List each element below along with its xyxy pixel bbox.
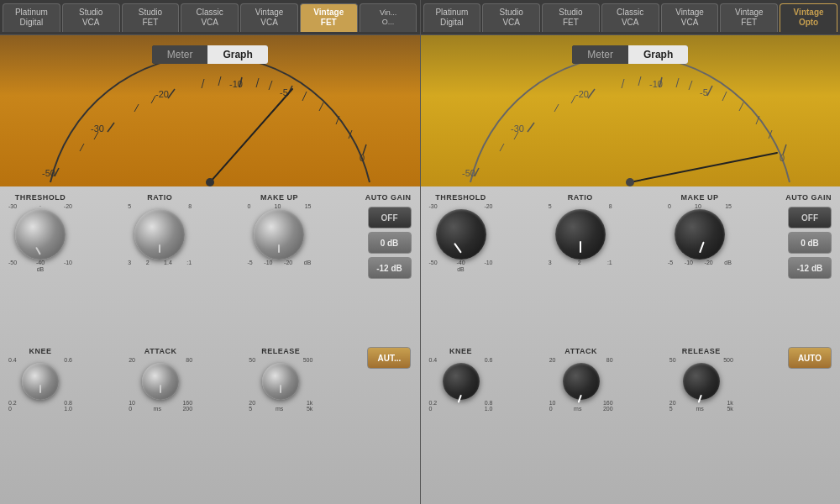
right-release-scale-bottom2: 5ms5k xyxy=(669,406,733,412)
threshold-db-label: dB xyxy=(37,266,45,272)
knee-scale-top: 0.40.6 xyxy=(8,357,72,363)
right-threshold-group: THRESHOLD -30-20 -50-40-10 xyxy=(428,193,495,272)
svg-text:-50: -50 xyxy=(462,168,475,178)
release-scale-bottom2: 5ms5k xyxy=(249,406,312,412)
threshold-scale-bottom: -50-40-10 xyxy=(8,260,72,265)
tab-vintage-fet-left[interactable]: VintageFET xyxy=(300,3,358,32)
right-vu-meter: -50 -30 -20 -10 -5 0 xyxy=(454,52,806,186)
left-graph-btn[interactable]: Graph xyxy=(207,45,267,64)
left-makeup-group: MAKE UP 01015 -5-10-20dB xyxy=(245,193,312,265)
tab-platinum-digital-left[interactable]: PlatinumDigital xyxy=(3,3,60,32)
makeup-scale-bottom: -5-10-20dB xyxy=(247,260,311,265)
svg-text:-20: -20 xyxy=(155,89,169,99)
right-release-scale-top: 50500 xyxy=(669,357,733,363)
left-knee-group: KNEE 0.40.6 0.20.8 xyxy=(7,347,74,412)
right-auto-gain-col: AUTO GAIN OFF 0 dB -12 dB xyxy=(785,193,833,279)
svg-line-45 xyxy=(676,78,679,87)
tab-platinum-digital-right[interactable]: PlatinumDigital xyxy=(423,3,481,32)
ratio-label: RATIO xyxy=(147,193,172,202)
right-bottom-row: KNEE 0.40.6 0.20.8 xyxy=(428,347,834,497)
svg-line-20 xyxy=(269,81,272,90)
right-meter-btn[interactable]: Meter xyxy=(572,45,628,64)
right-top-row: THRESHOLD -30-20 -50-40-10 xyxy=(428,193,834,344)
left-attack-group: ATTACK 2080 10160 xyxy=(127,347,194,412)
knee-knob[interactable] xyxy=(22,363,59,400)
right-graph-btn[interactable]: Graph xyxy=(628,45,688,64)
svg-line-22 xyxy=(319,102,323,111)
right-threshold-knob[interactable] xyxy=(436,209,486,260)
svg-line-41 xyxy=(554,104,559,112)
right-release-label: RELEASE xyxy=(682,347,721,355)
attack-label: ATTACK xyxy=(144,347,177,355)
attack-knob[interactable] xyxy=(142,363,179,400)
tab-studio-fet-right[interactable]: StudioFET xyxy=(542,3,600,32)
right-makeup-knob[interactable] xyxy=(675,209,725,260)
tab-vintage-opto-left[interactable]: Vin...O... xyxy=(360,3,417,32)
svg-text:0: 0 xyxy=(360,153,365,163)
left-top-row: THRESHOLD -30·-20 -50-40-10 dB xyxy=(7,193,413,344)
left-auto-gain-col: AUTO GAIN OFF 0 dB -12 dB xyxy=(365,193,413,279)
right-gain-12db-btn[interactable]: -12 dB xyxy=(788,257,832,279)
knee-scale-bottom2: 01.0 xyxy=(8,406,72,412)
left-gain-off-btn[interactable]: OFF xyxy=(368,207,412,228)
tab-studio-vca-right[interactable]: StudioVCA xyxy=(482,3,540,32)
right-meter-toggle: Meter Graph xyxy=(572,45,688,64)
svg-line-31 xyxy=(588,89,595,98)
right-threshold-label: THRESHOLD xyxy=(435,193,486,202)
right-auto-btn[interactable]: AUTO xyxy=(788,347,832,369)
right-knee-knob[interactable] xyxy=(443,363,480,400)
left-gain-0db-btn[interactable]: 0 dB xyxy=(368,232,412,254)
right-controls: THRESHOLD -30-20 -50-40-10 xyxy=(421,186,841,504)
tab-vintage-fet-right[interactable]: VintageFET xyxy=(720,3,778,32)
threshold-knob[interactable] xyxy=(15,209,66,260)
svg-line-21 xyxy=(302,92,307,101)
makeup-knob[interactable] xyxy=(254,209,304,260)
right-gain-off-btn[interactable]: OFF xyxy=(788,207,832,228)
right-gain-0db-btn[interactable]: 0 dB xyxy=(788,232,832,254)
tab-classic-vca-left[interactable]: ClassicVCA xyxy=(181,3,239,32)
left-gain-12db-btn[interactable]: -12 dB xyxy=(368,257,412,279)
tab-vintage-vca-right[interactable]: VintageVCA xyxy=(661,3,719,32)
right-tab-bar: PlatinumDigital StudioVCA StudioFET Clas… xyxy=(421,0,841,35)
tab-vintage-vca-left[interactable]: VintageVCA xyxy=(240,3,298,32)
svg-text:-10: -10 xyxy=(649,79,663,89)
left-controls: THRESHOLD -30·-20 -50-40-10 dB xyxy=(0,186,420,504)
tab-studio-fet-left[interactable]: StudioFET xyxy=(122,3,180,32)
ratio-knob[interactable] xyxy=(134,209,185,260)
threshold-knob-area: -30·-20 -50-40-10 dB xyxy=(7,203,74,272)
release-knob-area: 50500 201k 5ms5k xyxy=(247,357,314,412)
release-knob[interactable] xyxy=(262,363,299,400)
left-vu-meter: -50 -30 -20 -10 -5 0 xyxy=(34,52,386,186)
right-makeup-scale-bottom: -5-10-20dB xyxy=(668,260,732,265)
right-release-group: RELEASE 50500 201k xyxy=(668,347,735,412)
left-meter-btn[interactable]: Meter xyxy=(152,45,208,64)
attack-knob-area: 2080 10160 0ms200 xyxy=(127,357,194,412)
right-threshold-knob-area: -30-20 -50-40-10 dB xyxy=(428,203,495,272)
right-auto-gain-label: AUTO GAIN xyxy=(785,193,832,202)
left-auto-btn[interactable]: AUT... xyxy=(367,347,411,369)
right-ratio-knob[interactable] xyxy=(555,209,606,260)
svg-line-17 xyxy=(202,79,204,88)
svg-line-29 xyxy=(528,123,534,132)
right-attack-scale-bottom2: 0ms200 xyxy=(549,406,613,412)
svg-text:-30: -30 xyxy=(511,123,524,134)
right-knee-scale-bottom2: 01.0 xyxy=(429,406,493,412)
svg-text:-30: -30 xyxy=(91,123,104,134)
main-container: PlatinumDigital StudioVCA StudioFET Clas… xyxy=(0,0,840,504)
attack-scale-bottom2: 0ms200 xyxy=(129,406,192,412)
svg-point-52 xyxy=(626,178,634,186)
tab-classic-vca-right[interactable]: ClassicVCA xyxy=(601,3,659,32)
tab-studio-vca-left[interactable]: StudioVCA xyxy=(62,3,120,32)
svg-line-35 xyxy=(707,86,712,96)
svg-line-19 xyxy=(256,78,259,87)
right-knee-knob-area: 0.40.6 0.20.8 01.0 xyxy=(428,357,495,412)
tab-vintage-opto-right[interactable]: VintageOpto xyxy=(780,3,837,32)
right-attack-knob[interactable] xyxy=(563,363,600,400)
right-ratio-scale-bottom: 32:1 xyxy=(549,260,612,265)
makeup-scale-top: 01015 xyxy=(247,203,311,209)
right-release-knob[interactable] xyxy=(683,363,720,400)
left-release-group: RELEASE 50500 201k xyxy=(247,347,314,412)
right-knee-label: KNEE xyxy=(449,347,472,355)
right-panel: PlatinumDigital StudioVCA StudioFET Clas… xyxy=(421,0,841,504)
svg-line-16 xyxy=(151,96,155,103)
